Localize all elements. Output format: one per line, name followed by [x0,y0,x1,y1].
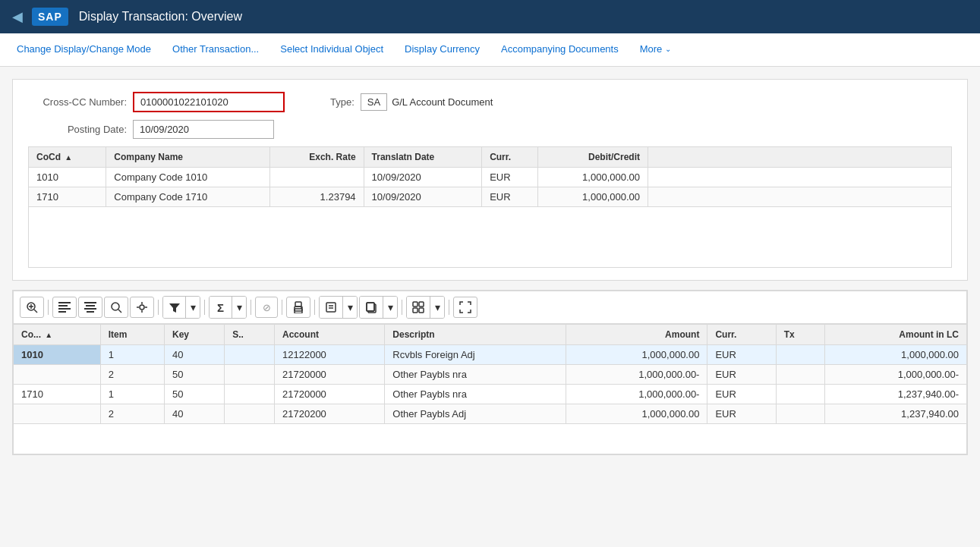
zoom-button[interactable] [20,297,44,318]
cell-translation-date: 10/09/2020 [364,187,482,207]
copy-dropdown-button[interactable]: ▾ [383,297,397,318]
cell-curr: EUR [482,168,538,187]
more-label: More [640,43,663,55]
cross-cc-input[interactable] [133,92,285,112]
separator [314,300,315,315]
svg-rect-28 [367,303,374,311]
table-row: 1710 Company Code 1710 1.23794 10/09/202… [29,187,952,207]
svg-marker-19 [169,303,180,313]
detail-table: Co... ▲ Item Key S.. Account Descriptn A… [13,324,967,454]
cell-item: 1 [100,345,164,365]
cell-amount: 1,000,000.00- [566,385,707,404]
svg-rect-31 [419,302,424,307]
col-co: Co... ▲ [14,325,101,345]
cell-exch-rate: 1.23794 [270,187,364,207]
col-curr: Curr. [707,325,776,345]
toolbar-accompanying-docs[interactable]: Accompanying Documents [490,33,629,66]
main-content: Cross-CC Number: Type: SA G/L Account Do… [0,67,980,467]
cell-s [225,404,275,424]
cell-account: 21720200 [275,404,385,424]
cell-cocd: 1010 [29,168,106,187]
toolbar-display-currency[interactable]: Display Currency [394,33,490,66]
type-code: SA [361,93,387,111]
cell-curr: EUR [707,345,776,365]
table-empty-row [29,207,952,268]
cell-tx [776,385,825,404]
separator [251,300,251,315]
sum-dropdown-button[interactable]: ▾ [232,297,246,318]
cell-amount: 1,000,000.00 [566,404,707,424]
type-section: Type: SA G/L Account Document [330,93,493,111]
cell-tx [776,404,825,424]
back-button[interactable]: ◀ [12,8,23,25]
main-toolbar: Change Display/Change Mode Other Transac… [0,33,980,67]
cell-amount: 1,000,000.00 [566,345,707,365]
empty-cell [29,207,952,268]
filter-button[interactable] [163,297,186,318]
posting-date-input[interactable] [133,120,274,139]
posting-date-label: Posting Date: [28,124,127,135]
cell-item: 1 [100,385,164,404]
col-account: Account [275,325,385,345]
export-dropdown-button[interactable]: ▾ [343,297,357,318]
layout-dropdown-button[interactable]: ▾ [430,297,444,318]
search-button[interactable] [104,297,128,318]
page-title: Display Transaction: Overview [79,10,242,24]
split-button[interactable]: ⊘ [255,297,278,318]
svg-rect-11 [87,311,94,313]
detail-section: ▾ Σ ▾ ⊘ [12,290,968,455]
copy-button[interactable] [360,297,383,318]
cell-tx [776,365,825,385]
svg-rect-33 [419,308,424,313]
col-item: Item [100,325,164,345]
cell-curr: EUR [707,365,776,385]
type-desc: G/L Account Document [392,96,493,108]
align-left-button[interactable] [52,297,77,318]
export-button[interactable] [320,297,343,318]
table-row: 2 40 21720200 Other Paybls Adj 1,000,000… [14,404,967,424]
table-row: 1710 1 50 21720000 Other Paybls nra 1,00… [14,385,967,404]
cell-company-name: Company Code 1710 [106,187,270,207]
svg-rect-7 [58,311,66,313]
fullscreen-button[interactable] [453,297,477,318]
toolbar-change-display[interactable]: Change Display/Change Mode [6,33,162,66]
cell-cocd: 1710 [29,187,106,207]
sum-button[interactable]: Σ [210,297,232,318]
sap-logo: SAP [32,8,68,26]
cell-s [225,385,275,404]
layout-button[interactable] [407,297,430,318]
export-group: ▾ [319,296,358,319]
detail-table-header: Co... ▲ Item Key S.. Account Descriptn A… [14,325,967,345]
col-company-name: Company Name [106,147,270,168]
cell-debit-credit: 1,000,000.00 [537,168,648,187]
filter-dropdown-button[interactable]: ▾ [186,297,200,318]
cell-company-name: Company Code 1010 [106,168,270,187]
toolbar-more[interactable]: More ⌄ [629,33,682,66]
settings-button[interactable] [130,297,154,318]
cross-cc-label: Cross-CC Number: [28,96,127,108]
cell-account: 21720000 [275,365,385,385]
svg-rect-6 [58,308,71,310]
svg-rect-4 [58,302,71,303]
svg-line-13 [118,310,121,313]
cell-descriptn: Other Paybls Adj [385,404,566,424]
align-center-button[interactable] [78,297,102,318]
cell-curr: EUR [707,404,776,424]
cell-amount-lc: 1,000,000.00- [825,365,967,385]
cross-cc-row: Cross-CC Number: Type: SA G/L Account Do… [28,92,952,112]
col-cocd: CoCd ▲ [29,147,106,168]
separator [402,300,402,315]
bottom-toolbar: ▾ Σ ▾ ⊘ [13,291,967,324]
toolbar-select-individual[interactable]: Select Individual Object [269,33,394,66]
col-tx: Tx [776,325,825,345]
svg-point-23 [301,307,302,309]
col-curr: Curr. [482,147,538,168]
table-row: 1010 Company Code 1010 10/09/2020 EUR 1,… [29,168,952,187]
cell-curr: EUR [482,187,538,207]
cell-descriptn: Rcvbls Foreign Adj [385,345,566,365]
type-label: Type: [330,96,355,108]
col-translation-date: Translatn Date [364,147,482,168]
print-button[interactable] [286,297,310,318]
svg-point-14 [140,305,144,310]
toolbar-other-transaction[interactable]: Other Transaction... [162,33,269,66]
